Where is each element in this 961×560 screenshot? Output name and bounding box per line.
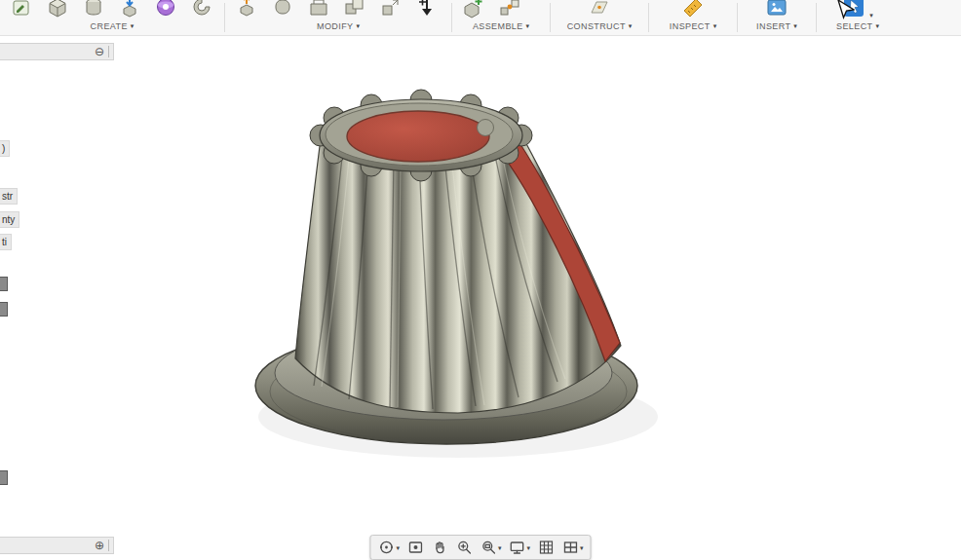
browser-item-label: ) (2, 143, 5, 154)
browser-item-icon[interactable] (0, 470, 8, 485)
construct-icons-row (551, 0, 648, 19)
insert-menu-label[interactable]: INSERT (756, 21, 790, 31)
browser-item-icon[interactable] (0, 277, 8, 291)
viewport-canvas[interactable]: ⊖ ) str nty ti ⊕ (0, 36, 961, 560)
grid-icon (537, 539, 555, 556)
insert-icons-row (738, 0, 816, 19)
select-icon[interactable] (842, 0, 865, 19)
pan-button[interactable] (429, 538, 450, 557)
joint-icon[interactable] (498, 0, 521, 19)
top-toolbar: CREATE ▾ MODIFY ▾ (0, 0, 961, 36)
red-face-notch (478, 120, 494, 136)
toolbar-group-create: CREATE ▾ (0, 0, 224, 35)
create-menu-label[interactable]: CREATE (91, 21, 128, 31)
assemble-icons-row (452, 0, 550, 19)
viewports-button[interactable]: ▾ (559, 538, 586, 557)
panel-divider (108, 540, 109, 551)
browser-item-label: str (2, 191, 13, 202)
window-zoom-button[interactable]: ▾ (478, 538, 504, 557)
browser-item[interactable]: str (0, 188, 18, 205)
display-settings-button[interactable]: ▾ (507, 538, 533, 557)
toolbar-group-insert: INSERT ▾ (738, 0, 816, 35)
chevron-down-icon[interactable]: ▾ (498, 544, 502, 551)
chevron-down-icon: ▾ (356, 22, 360, 29)
panel-divider (108, 46, 109, 57)
fillet-icon[interactable] (271, 0, 294, 19)
select-icons-row: ▾ (817, 0, 899, 19)
insert-image-icon[interactable] (765, 0, 788, 19)
display-settings-icon (509, 539, 526, 556)
knob-top-red-face[interactable] (347, 111, 489, 162)
zoom-icon (455, 539, 473, 556)
browser-item-label: ti (2, 237, 7, 247)
scale-icon[interactable] (379, 0, 403, 19)
3d-model-knob[interactable] (0, 36, 961, 560)
combine-icon[interactable] (343, 0, 366, 19)
modify-icons-row (225, 0, 451, 19)
box-icon[interactable] (46, 0, 69, 19)
timeline-bar[interactable]: ⊕ (0, 537, 114, 554)
view-navigation-bar: ▾ ▾ ▾ ▾ (369, 535, 591, 560)
measure-icon[interactable] (681, 0, 705, 19)
browser-item[interactable]: ) (0, 140, 10, 157)
new-component-icon[interactable] (462, 0, 485, 19)
look-at-icon (406, 539, 424, 556)
browser-item-icon[interactable] (0, 302, 8, 317)
sketch-icon[interactable] (10, 0, 33, 19)
construct-menu-label[interactable]: CONSTRUCT (567, 21, 626, 31)
look-at-button[interactable] (404, 538, 426, 557)
cylinder-icon[interactable] (82, 0, 105, 19)
viewports-icon (561, 539, 579, 556)
orbit-icon (377, 539, 395, 556)
toolbar-group-modify: MODIFY ▾ (225, 0, 451, 35)
construct-plane-icon[interactable] (588, 0, 611, 19)
toolbar-group-assemble: ASSEMBLE ▾ (452, 0, 550, 35)
chevron-down-icon: ▾ (131, 22, 135, 29)
chevron-down-icon[interactable]: ▾ (580, 544, 584, 551)
chevron-down-icon[interactable]: ▾ (527, 544, 531, 551)
toolbar-group-construct: CONSTRUCT ▾ (551, 0, 648, 35)
browser-item-label: nty (2, 214, 15, 225)
collapse-icon[interactable]: ⊖ (95, 46, 104, 57)
browser-panel-header[interactable]: ⊖ (0, 43, 114, 60)
form-torus-icon[interactable] (154, 0, 177, 19)
shell-icon[interactable] (307, 0, 330, 19)
extrude-icon[interactable] (118, 0, 141, 19)
zoom-button[interactable] (453, 538, 475, 557)
grid-button[interactable] (535, 538, 557, 557)
inspect-menu-label[interactable]: INSPECT (670, 21, 711, 31)
assemble-menu-label[interactable]: ASSEMBLE (473, 21, 523, 31)
orbit-button[interactable]: ▾ (375, 538, 402, 557)
revolve-icon[interactable] (190, 0, 213, 19)
browser-item[interactable]: ti (0, 234, 12, 250)
chevron-down-icon: ▾ (713, 22, 717, 29)
chevron-down-icon[interactable]: ▾ (396, 544, 400, 551)
toolbar-group-inspect: INSPECT ▾ (649, 0, 737, 35)
toolbar-group-select: ▾ SELECT ▾ (817, 0, 899, 35)
expand-icon[interactable]: ⊕ (95, 540, 104, 551)
press-pull-icon[interactable] (235, 0, 258, 19)
pan-icon (431, 539, 448, 556)
window-zoom-icon (480, 539, 497, 556)
chevron-down-icon: ▾ (875, 22, 879, 29)
chevron-down-icon: ▾ (629, 22, 633, 29)
chevron-down-icon[interactable]: ▾ (869, 12, 873, 19)
chevron-down-icon: ▾ (793, 22, 797, 29)
inspect-icons-row (649, 0, 737, 19)
create-icons-row (0, 0, 224, 19)
app-window: CREATE ▾ MODIFY ▾ (0, 0, 961, 560)
move-icon[interactable] (415, 0, 439, 19)
browser-item[interactable]: nty (0, 211, 19, 228)
select-menu-label[interactable]: SELECT (836, 21, 872, 31)
modify-menu-label[interactable]: MODIFY (317, 21, 353, 31)
chevron-down-icon: ▾ (526, 22, 530, 29)
